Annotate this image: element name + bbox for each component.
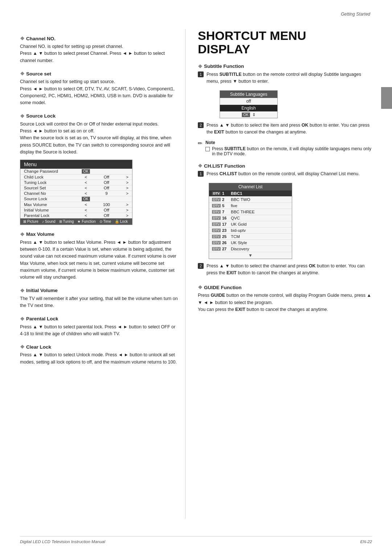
section-channel-no: ❖ Channel NO. Channel NO. is opted for s… <box>20 36 180 64</box>
subtitle-box-row-off: off <box>220 98 277 105</box>
subtitle-item2: 2 Press ▲ ▼ button to select the item an… <box>198 122 372 138</box>
ch-num-2-badge: 2 <box>198 263 204 269</box>
ch-num-25: 25 <box>222 234 229 239</box>
dtv-badge2: DTV <box>212 198 221 201</box>
ch-num-26: 26 <box>222 241 229 245</box>
page: Getting Started ❖ Channel NO. Channel NO… <box>0 0 392 554</box>
menu-row-child-lock: Child Lock < Off > <box>20 175 132 180</box>
menu-row-parental-lock: Parental Lock < Off > <box>20 213 132 218</box>
menu-row-max-volume: Max Volume < 100 > <box>20 202 132 208</box>
dtv-badge5: DTV <box>212 216 221 220</box>
max-volume-heading: ❖ Max Volume <box>20 231 180 237</box>
subtitle-box-title: Subtitle Languages <box>220 91 277 98</box>
diamond-icon5: ❖ <box>20 288 25 294</box>
section-subtitle-function: ❖ Subtitle Function 1 Press SUBTITLE but… <box>198 63 372 157</box>
menu-row-sourcel-set: SourceI Set < Off > <box>20 185 132 191</box>
guide-body: Press GUIDE button on the remote control… <box>198 292 372 313</box>
subtitle-languages-box: Subtitle Languages off English OK ⇕ <box>220 90 278 118</box>
initial-volume-text: The TV will remember it after your setti… <box>20 296 178 308</box>
channel-row-qvc: DTV 16 QVC <box>209 215 292 221</box>
diamond-icon10: ❖ <box>198 284 203 290</box>
num-2-badge: 2 <box>198 122 204 128</box>
section-clear-lock: ❖ Clear Lock Press ▲ ▼ button to select … <box>20 344 180 366</box>
initial-volume-label: Initial Volume <box>26 288 58 293</box>
ch-name-tcm: TCM <box>231 234 289 239</box>
source-set-body: Channel set is opted for setting up star… <box>20 78 180 107</box>
source-lock-text3: When the source lock is set as on, TV so… <box>20 135 171 155</box>
menu-box-title: Menu <box>20 160 132 169</box>
channel-no-text1: Channel NO. is opted for setting up pres… <box>20 44 123 49</box>
subtitle-arrow-icon: ⇕ <box>252 112 256 117</box>
ch-num-5: 5 <box>222 204 229 208</box>
diamond-icon7: ❖ <box>20 344 25 350</box>
ch-name-bbc-three: BBC THREE <box>231 210 289 214</box>
subtitle-item1-text: Press SUBTITLE button on the remote cont… <box>207 71 372 85</box>
channel-box-title: Channel List <box>209 183 292 190</box>
source-lock-label: Source Lock <box>26 113 56 119</box>
title1: Shortcut Menu <box>198 29 306 42</box>
ch-name-discovery: Discovery <box>231 247 289 251</box>
section-source-set: ❖ Source set Channel set is opted for se… <box>20 71 180 107</box>
clear-lock-heading: ❖ Clear Lock <box>20 344 180 350</box>
chlist-item2-text: Press ▲ ▼ button to select the channel a… <box>207 263 372 277</box>
subtitle-function-heading: ❖ Subtitle Function <box>198 63 372 69</box>
diamond-icon4: ❖ <box>20 231 25 237</box>
subtitle-item1: 1 Press SUBTITLE button on the remote co… <box>198 71 372 87</box>
note-text1: Press SUBTITLE button on the remote, it … <box>212 146 372 156</box>
footer-left: Digital LED LCD Television Instruction M… <box>20 539 105 544</box>
dtv-badge7: DTV <box>212 229 221 232</box>
ch-num-27: 27 <box>222 247 229 251</box>
chlist-item1: 1 Press CH.LIST button on the remote con… <box>198 171 372 179</box>
source-lock-text2: Press ◄ ► button to set as on or off. <box>20 128 94 134</box>
section-max-volume: ❖ Max Volume Press ▲ ▼ button to select … <box>20 231 180 281</box>
source-set-heading: ❖ Source set <box>20 71 180 77</box>
channel-no-text2: Press ▲ ▼ button to select preset Channe… <box>20 51 165 63</box>
max-volume-label: Max Volume <box>26 231 54 237</box>
note-icon: ✏ <box>198 140 203 156</box>
parental-lock-label: Parental Lock <box>26 316 58 321</box>
dtv-badge: DTV <box>212 192 221 195</box>
menu-box-footer: ⊠ Picture ♪ Sound ⊞ Tuning ★ Function ⊙ … <box>20 218 132 225</box>
decoration-block <box>381 87 392 109</box>
diamond-icon2: ❖ <box>20 71 25 77</box>
section-chlist-function: ❖ CH.LIST Function 1 Press CH.LIST butto… <box>198 163 372 278</box>
section-parental-lock: ❖ Parental Lock Press ▲ ▼ button to sele… <box>20 316 180 338</box>
source-set-text1: Channel set is opted for setting up star… <box>20 79 115 84</box>
right-column: Shortcut Menu Display ❖ Subtitle Functio… <box>198 29 372 315</box>
ch-num-1: 1 <box>222 191 229 196</box>
column-divider <box>185 29 185 519</box>
source-set-label: Source set <box>26 71 51 77</box>
max-volume-body: Press ▲ ▼ button to select Max Volume. P… <box>20 239 180 281</box>
diamond-icon8: ❖ <box>198 63 203 69</box>
ok-badge: OK <box>242 112 250 117</box>
channel-box-scroll: ▼ <box>209 252 292 259</box>
menu-box: Menu Change Password OK Child Lock < Off… <box>20 160 132 225</box>
ch-name-uk-gold: UK Gold <box>231 222 289 226</box>
max-volume-text: Press ▲ ▼ button to select Max Volume. P… <box>20 240 176 280</box>
clear-lock-text: Press ▲ ▼ button to select Unlock mode. … <box>20 352 177 364</box>
footer-right: EN-22 <box>360 539 372 544</box>
guide-heading: ❖ GUIDE Function <box>198 284 372 290</box>
menu-row-tuning-lock: Tuning Lock < Off > <box>20 180 132 185</box>
subtitle-box-footer: OK ⇕ <box>220 112 277 118</box>
dtv-badge3: DTV <box>212 204 221 208</box>
parental-lock-body: Press ▲ ▼ button to select parental lock… <box>20 324 180 338</box>
subtitle-note: ✏ Note Press SUBTITLE button on the remo… <box>198 140 372 156</box>
dtv-badge4: DTV <box>212 210 221 214</box>
section-guide-function: ❖ GUIDE Function Press GUIDE button on t… <box>198 284 372 313</box>
checkbox-icon <box>205 147 210 151</box>
channel-row-five: DTV 5 five <box>209 203 292 209</box>
initial-volume-body: The TV will remember it after your setti… <box>20 295 180 309</box>
guide-label: GUIDE Function <box>204 285 242 290</box>
diamond-icon6: ❖ <box>20 316 25 322</box>
channel-no-label: Channel NO. <box>26 36 56 41</box>
note-label: Note <box>205 140 372 145</box>
note-item1: Press SUBTITLE button on the remote, it … <box>205 146 372 156</box>
channel-list-box: Channel List DTV 1 BBC1 DTV 2 BBC TWO DT… <box>209 183 292 259</box>
menu-row-source-lock: Source Lock OK <box>20 196 132 202</box>
parental-lock-text: Press ▲ ▼ button to select parental lock… <box>20 324 175 336</box>
dtv-badge8: DTV <box>212 235 221 238</box>
source-lock-text1: Source Lock will control the On or Off o… <box>20 122 159 127</box>
dtv-badge9: DTV <box>212 241 221 245</box>
ch-num-16: 16 <box>222 216 229 220</box>
